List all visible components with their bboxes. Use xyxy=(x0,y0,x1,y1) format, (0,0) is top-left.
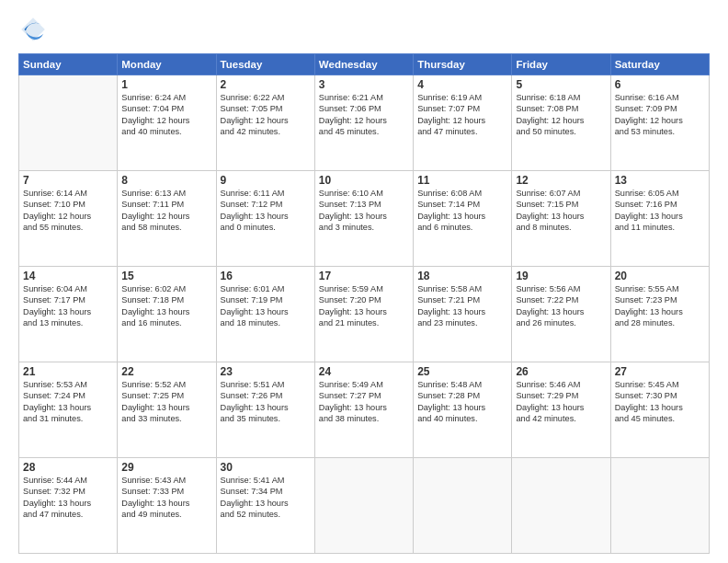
calendar-day-cell: 5Sunrise: 6:18 AM Sunset: 7:08 PM Daylig… xyxy=(512,75,610,171)
day-info: Sunrise: 6:13 AM Sunset: 7:11 PM Dayligh… xyxy=(121,188,211,234)
calendar-day-cell: 29Sunrise: 5:43 AM Sunset: 7:33 PM Dayli… xyxy=(118,458,216,554)
day-info: Sunrise: 6:02 AM Sunset: 7:18 PM Dayligh… xyxy=(121,283,211,329)
day-number: 14 xyxy=(23,270,113,282)
day-number: 2 xyxy=(221,78,311,91)
calendar-day-cell: 1Sunrise: 6:24 AM Sunset: 7:04 PM Daylig… xyxy=(118,75,216,171)
calendar-day-cell xyxy=(414,458,512,554)
calendar-day-cell: 28Sunrise: 5:44 AM Sunset: 7:32 PM Dayli… xyxy=(19,458,118,554)
day-info: Sunrise: 6:22 AM Sunset: 7:05 PM Dayligh… xyxy=(221,92,311,138)
day-number: 28 xyxy=(23,461,113,474)
day-number: 29 xyxy=(121,461,211,474)
day-info: Sunrise: 5:45 AM Sunset: 7:30 PM Dayligh… xyxy=(615,379,705,425)
header xyxy=(18,15,710,44)
day-info: Sunrise: 6:19 AM Sunset: 7:07 PM Dayligh… xyxy=(417,92,507,138)
day-info: Sunrise: 6:16 AM Sunset: 7:09 PM Dayligh… xyxy=(615,92,705,138)
weekday-header-cell: Sunday xyxy=(19,54,118,75)
day-info: Sunrise: 5:43 AM Sunset: 7:33 PM Dayligh… xyxy=(121,475,211,521)
calendar-day-cell xyxy=(512,458,610,554)
day-number: 16 xyxy=(221,270,311,282)
calendar-day-cell: 27Sunrise: 5:45 AM Sunset: 7:30 PM Dayli… xyxy=(610,362,709,458)
day-number: 25 xyxy=(417,365,507,378)
day-number: 7 xyxy=(23,174,113,187)
calendar-day-cell: 18Sunrise: 5:58 AM Sunset: 7:21 PM Dayli… xyxy=(414,267,512,362)
calendar-day-cell xyxy=(314,458,413,554)
calendar-day-cell: 19Sunrise: 5:56 AM Sunset: 7:22 PM Dayli… xyxy=(512,267,610,362)
page: SundayMondayTuesdayWednesdayThursdayFrid… xyxy=(0,0,728,563)
calendar-day-cell: 9Sunrise: 6:11 AM Sunset: 7:12 PM Daylig… xyxy=(216,171,314,267)
day-info: Sunrise: 6:24 AM Sunset: 7:04 PM Dayligh… xyxy=(121,92,211,138)
calendar-week-row: 28Sunrise: 5:44 AM Sunset: 7:32 PM Dayli… xyxy=(19,458,710,554)
calendar-week-row: 7Sunrise: 6:14 AM Sunset: 7:10 PM Daylig… xyxy=(19,171,710,267)
day-info: Sunrise: 5:48 AM Sunset: 7:28 PM Dayligh… xyxy=(417,379,507,425)
weekday-header-cell: Saturday xyxy=(610,54,709,75)
weekday-header-cell: Tuesday xyxy=(216,54,314,75)
day-number: 9 xyxy=(221,174,311,187)
calendar-day-cell: 4Sunrise: 6:19 AM Sunset: 7:07 PM Daylig… xyxy=(414,75,512,171)
calendar-day-cell xyxy=(610,458,709,554)
calendar-table: SundayMondayTuesdayWednesdayThursdayFrid… xyxy=(18,53,710,554)
day-number: 8 xyxy=(121,174,211,187)
day-info: Sunrise: 5:51 AM Sunset: 7:26 PM Dayligh… xyxy=(221,379,311,425)
day-number: 17 xyxy=(319,270,409,282)
calendar-day-cell: 10Sunrise: 6:10 AM Sunset: 7:13 PM Dayli… xyxy=(314,171,413,267)
day-info: Sunrise: 5:41 AM Sunset: 7:34 PM Dayligh… xyxy=(221,475,311,521)
calendar-day-cell: 16Sunrise: 6:01 AM Sunset: 7:19 PM Dayli… xyxy=(216,267,314,362)
weekday-header-cell: Thursday xyxy=(414,54,512,75)
day-number: 19 xyxy=(516,270,606,282)
calendar-week-row: 21Sunrise: 5:53 AM Sunset: 7:24 PM Dayli… xyxy=(19,362,710,458)
calendar-day-cell: 11Sunrise: 6:08 AM Sunset: 7:14 PM Dayli… xyxy=(414,171,512,267)
day-number: 1 xyxy=(121,78,211,91)
calendar-week-row: 1Sunrise: 6:24 AM Sunset: 7:04 PM Daylig… xyxy=(19,75,710,171)
calendar-day-cell: 17Sunrise: 5:59 AM Sunset: 7:20 PM Dayli… xyxy=(314,267,413,362)
calendar-day-cell: 22Sunrise: 5:52 AM Sunset: 7:25 PM Dayli… xyxy=(118,362,216,458)
calendar-day-cell: 20Sunrise: 5:55 AM Sunset: 7:23 PM Dayli… xyxy=(610,267,709,362)
day-info: Sunrise: 6:07 AM Sunset: 7:15 PM Dayligh… xyxy=(516,188,606,234)
day-number: 24 xyxy=(319,365,409,378)
calendar-day-cell: 25Sunrise: 5:48 AM Sunset: 7:28 PM Dayli… xyxy=(414,362,512,458)
day-info: Sunrise: 6:21 AM Sunset: 7:06 PM Dayligh… xyxy=(319,92,409,138)
calendar-day-cell: 2Sunrise: 6:22 AM Sunset: 7:05 PM Daylig… xyxy=(216,75,314,171)
day-info: Sunrise: 6:14 AM Sunset: 7:10 PM Dayligh… xyxy=(23,188,113,234)
day-number: 20 xyxy=(615,270,705,282)
day-number: 22 xyxy=(121,365,211,378)
calendar-day-cell: 26Sunrise: 5:46 AM Sunset: 7:29 PM Dayli… xyxy=(512,362,610,458)
calendar-day-cell: 7Sunrise: 6:14 AM Sunset: 7:10 PM Daylig… xyxy=(19,171,118,267)
day-info: Sunrise: 5:53 AM Sunset: 7:24 PM Dayligh… xyxy=(23,379,113,425)
day-number: 30 xyxy=(221,461,311,474)
weekday-header-cell: Wednesday xyxy=(314,54,413,75)
day-info: Sunrise: 5:49 AM Sunset: 7:27 PM Dayligh… xyxy=(319,379,409,425)
calendar-day-cell: 24Sunrise: 5:49 AM Sunset: 7:27 PM Dayli… xyxy=(314,362,413,458)
day-number: 10 xyxy=(319,174,409,187)
calendar-day-cell: 15Sunrise: 6:02 AM Sunset: 7:18 PM Dayli… xyxy=(118,267,216,362)
day-info: Sunrise: 6:04 AM Sunset: 7:17 PM Dayligh… xyxy=(23,283,113,329)
day-info: Sunrise: 6:08 AM Sunset: 7:14 PM Dayligh… xyxy=(417,188,507,234)
logo-icon xyxy=(18,15,48,44)
day-info: Sunrise: 6:18 AM Sunset: 7:08 PM Dayligh… xyxy=(516,92,606,138)
calendar-day-cell: 13Sunrise: 6:05 AM Sunset: 7:16 PM Dayli… xyxy=(610,171,709,267)
day-info: Sunrise: 6:10 AM Sunset: 7:13 PM Dayligh… xyxy=(319,188,409,234)
calendar-day-cell: 21Sunrise: 5:53 AM Sunset: 7:24 PM Dayli… xyxy=(19,362,118,458)
day-number: 5 xyxy=(516,78,606,91)
weekday-header-cell: Monday xyxy=(118,54,216,75)
logo xyxy=(18,15,51,44)
day-info: Sunrise: 5:46 AM Sunset: 7:29 PM Dayligh… xyxy=(516,379,606,425)
calendar-day-cell: 14Sunrise: 6:04 AM Sunset: 7:17 PM Dayli… xyxy=(19,267,118,362)
day-info: Sunrise: 5:59 AM Sunset: 7:20 PM Dayligh… xyxy=(319,283,409,329)
day-number: 18 xyxy=(417,270,507,282)
day-info: Sunrise: 5:56 AM Sunset: 7:22 PM Dayligh… xyxy=(516,283,606,329)
day-number: 27 xyxy=(615,365,705,378)
calendar-day-cell: 12Sunrise: 6:07 AM Sunset: 7:15 PM Dayli… xyxy=(512,171,610,267)
day-info: Sunrise: 5:52 AM Sunset: 7:25 PM Dayligh… xyxy=(121,379,211,425)
day-number: 23 xyxy=(221,365,311,378)
calendar-body: 1Sunrise: 6:24 AM Sunset: 7:04 PM Daylig… xyxy=(19,75,710,554)
day-number: 11 xyxy=(417,174,507,187)
day-number: 21 xyxy=(23,365,113,378)
day-number: 4 xyxy=(417,78,507,91)
day-info: Sunrise: 6:01 AM Sunset: 7:19 PM Dayligh… xyxy=(221,283,311,329)
calendar-day-cell: 8Sunrise: 6:13 AM Sunset: 7:11 PM Daylig… xyxy=(118,171,216,267)
calendar-day-cell: 3Sunrise: 6:21 AM Sunset: 7:06 PM Daylig… xyxy=(314,75,413,171)
weekday-header-cell: Friday xyxy=(512,54,610,75)
weekday-header-row: SundayMondayTuesdayWednesdayThursdayFrid… xyxy=(19,54,710,75)
day-number: 13 xyxy=(615,174,705,187)
calendar-day-cell xyxy=(19,75,118,171)
